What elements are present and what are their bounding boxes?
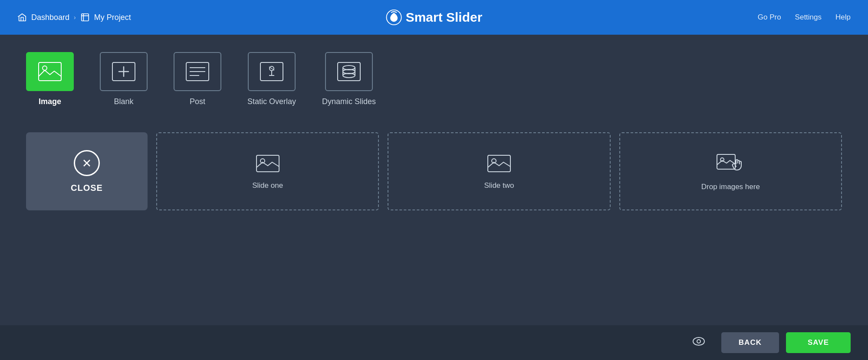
- eye-svg: [692, 336, 706, 347]
- static-overlay-type-svg: [259, 61, 285, 82]
- slide-two-card[interactable]: Slide two: [388, 132, 610, 210]
- svg-rect-25: [488, 155, 510, 172]
- slide-one-label: Slide one: [252, 181, 283, 190]
- help-button[interactable]: Help: [835, 13, 851, 22]
- type-static-overlay-icon: [248, 52, 296, 91]
- go-pro-button[interactable]: Go Pro: [758, 13, 781, 22]
- close-button[interactable]: CLOSE: [26, 132, 148, 210]
- slides-row: CLOSE Slide one Slide two: [26, 132, 842, 210]
- svg-rect-23: [256, 155, 279, 172]
- image-type-svg: [37, 61, 63, 82]
- project-link[interactable]: My Project: [94, 13, 131, 22]
- slide-two-icon: [486, 153, 512, 174]
- drop-images-card[interactable]: Drop images here: [619, 132, 842, 210]
- logo-text: Smart Slider: [406, 10, 483, 25]
- slide-two-label: Slide two: [484, 181, 514, 190]
- svg-point-30: [697, 340, 700, 343]
- settings-button[interactable]: Settings: [795, 13, 822, 22]
- slide-one-card[interactable]: Slide one: [156, 132, 379, 210]
- type-dynamic-slides[interactable]: Dynamic Slides: [322, 52, 376, 106]
- type-dynamic-slides-icon: [325, 52, 373, 91]
- type-post-icon: [174, 52, 221, 91]
- home-icon: [17, 13, 27, 22]
- close-circle-icon: [74, 150, 100, 176]
- svg-point-29: [693, 337, 704, 345]
- drop-images-icon: [715, 152, 746, 176]
- project-icon: [80, 13, 90, 22]
- preview-eye-icon[interactable]: [692, 336, 706, 350]
- type-image[interactable]: Image: [26, 52, 74, 106]
- logo-icon: [386, 9, 402, 26]
- type-post-label: Post: [190, 97, 205, 106]
- type-static-overlay-label: Static Overlay: [247, 97, 296, 106]
- type-blank-label: Blank: [114, 97, 133, 106]
- main-content: Image Blank Pos: [0, 35, 868, 325]
- header-actions: Go Pro Settings Help: [758, 13, 851, 22]
- save-button[interactable]: SAVE: [786, 332, 851, 353]
- breadcrumb-separator: ›: [74, 14, 76, 21]
- x-icon: [80, 157, 93, 170]
- type-static-overlay[interactable]: Static Overlay: [247, 52, 296, 106]
- footer: BACK SAVE: [0, 325, 868, 360]
- svg-rect-0: [81, 14, 89, 21]
- type-blank-icon: [100, 52, 148, 91]
- back-button[interactable]: BACK: [721, 332, 779, 353]
- dynamic-slides-type-svg: [336, 61, 362, 82]
- post-type-svg: [184, 61, 210, 82]
- type-image-label: Image: [39, 97, 61, 106]
- type-image-icon: [26, 52, 74, 91]
- dashboard-link[interactable]: Dashboard: [31, 13, 69, 22]
- type-blank[interactable]: Blank: [100, 52, 148, 106]
- blank-type-svg: [111, 61, 137, 82]
- app-logo: Smart Slider: [386, 9, 483, 26]
- svg-rect-2: [39, 62, 61, 81]
- svg-point-3: [43, 66, 47, 70]
- header: Dashboard › My Project Smart Slider Go P…: [0, 0, 868, 35]
- slide-one-icon: [255, 153, 281, 174]
- slide-type-selector: Image Blank Pos: [26, 52, 842, 106]
- drop-images-label: Drop images here: [701, 183, 760, 191]
- breadcrumb: Dashboard › My Project: [17, 13, 131, 22]
- close-label: CLOSE: [71, 183, 103, 193]
- type-dynamic-slides-label: Dynamic Slides: [322, 97, 376, 106]
- type-post[interactable]: Post: [174, 52, 221, 106]
